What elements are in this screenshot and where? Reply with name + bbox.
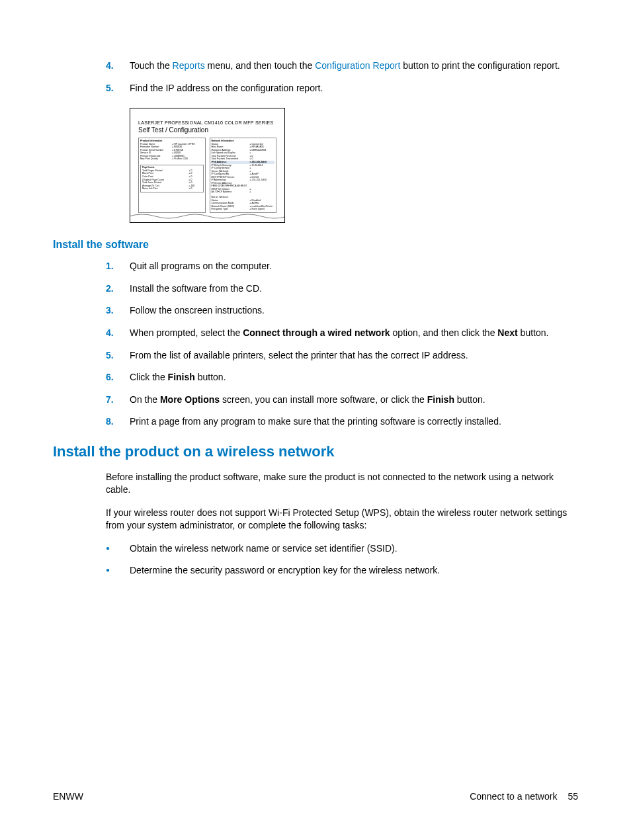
step-number: 3. xyxy=(106,304,130,317)
step-text: Quit all programs on the computer. xyxy=(130,260,578,273)
step-text: Find the IP address on the configuration… xyxy=(130,82,578,95)
configuration-report-figure: LASERJET PROFESSIONAL CM1410 COLOR MFP S… xyxy=(130,108,285,223)
figure-torn-edge xyxy=(130,211,285,223)
step-number: 8. xyxy=(106,415,130,429)
wireless-paragraph-2: If your wireless router does not support… xyxy=(106,507,578,532)
step-number: 6. xyxy=(106,371,130,384)
install-software-heading: Install the software xyxy=(53,239,578,251)
step-number: 4. xyxy=(106,327,130,340)
step-5: 5. Find the IP address on the configurat… xyxy=(106,82,578,95)
bullet-password: ● Determine the security password or enc… xyxy=(106,564,578,577)
finish-button-label: Finish xyxy=(168,372,195,382)
step-number: 1. xyxy=(106,260,130,273)
step-text: Print a page from any program to make su… xyxy=(130,415,578,429)
page-footer: ENWW Connect to a network55 xyxy=(53,791,578,802)
page-number: 55 xyxy=(568,791,578,802)
sw-step-5: 5. From the list of available printers, … xyxy=(106,349,578,362)
sw-step-8: 8. Print a page from any program to make… xyxy=(106,415,578,429)
bullet-icon: ● xyxy=(106,542,130,556)
figure-right-column: Network Information Status:= ConnectedHo… xyxy=(210,138,277,213)
wireless-paragraph-1: Before installing the product software, … xyxy=(106,471,578,496)
configuration-report-link: Configuration Report xyxy=(315,60,400,71)
sw-step-2: 2. Install the software from the CD. xyxy=(106,282,578,296)
install-wireless-heading: Install the product on a wireless networ… xyxy=(53,443,578,460)
connect-wired-option: Connect through a wired network xyxy=(243,327,390,338)
figure-product-title: LASERJET PROFESSIONAL CM1410 COLOR MFP S… xyxy=(138,120,276,125)
next-button-label: Next xyxy=(497,327,517,338)
sw-step-1: 1. Quit all programs on the computer. xyxy=(106,260,578,273)
footer-left: ENWW xyxy=(53,791,83,802)
step-text: On the More Options screen, you can inst… xyxy=(130,394,578,407)
step-text: When prompted, select the Connect throug… xyxy=(130,327,578,340)
figure-subtitle: Self Test / Configuration xyxy=(138,126,276,134)
step-number: 2. xyxy=(106,282,130,296)
step-text: Install the software from the CD. xyxy=(130,282,578,296)
sw-step-7: 7. On the More Options screen, you can i… xyxy=(106,394,578,407)
step-text: Click the Finish button. xyxy=(130,371,578,384)
sw-step-3: 3. Follow the onscreen instructions. xyxy=(106,304,578,317)
bullet-icon: ● xyxy=(106,564,130,577)
bullet-ssid: ● Obtain the wireless network name or se… xyxy=(106,542,578,556)
step-4: 4. Touch the Reports menu, and then touc… xyxy=(106,60,578,73)
sw-step-6: 6. Click the Finish button. xyxy=(106,371,578,384)
sw-step-4: 4. When prompted, select the Connect thr… xyxy=(106,327,578,340)
step-number: 5. xyxy=(106,349,130,362)
more-options-label: More Options xyxy=(160,394,220,405)
bullet-text: Determine the security password or encry… xyxy=(130,564,440,577)
footer-right: Connect to a network55 xyxy=(470,791,578,802)
wireless-task-bullets: ● Obtain the wireless network name or se… xyxy=(106,542,578,577)
ip-address-steps-continued: 4. Touch the Reports menu, and then touc… xyxy=(106,60,578,95)
step-text: Touch the Reports menu, and then touch t… xyxy=(130,60,578,73)
step-number: 7. xyxy=(106,394,130,407)
step-number: 5. xyxy=(106,82,130,95)
install-software-steps: 1. Quit all programs on the computer. 2.… xyxy=(106,260,578,429)
bullet-text: Obtain the wireless network name or serv… xyxy=(130,542,398,556)
reports-menu-link: Reports xyxy=(173,60,205,71)
step-number: 4. xyxy=(106,60,130,73)
step-text: From the list of available printers, sel… xyxy=(130,349,578,362)
step-text: Follow the onscreen instructions. xyxy=(130,304,578,317)
finish-button-label: Finish xyxy=(427,394,454,405)
figure-left-column: Product Information Product Name= HP Las… xyxy=(138,138,206,213)
